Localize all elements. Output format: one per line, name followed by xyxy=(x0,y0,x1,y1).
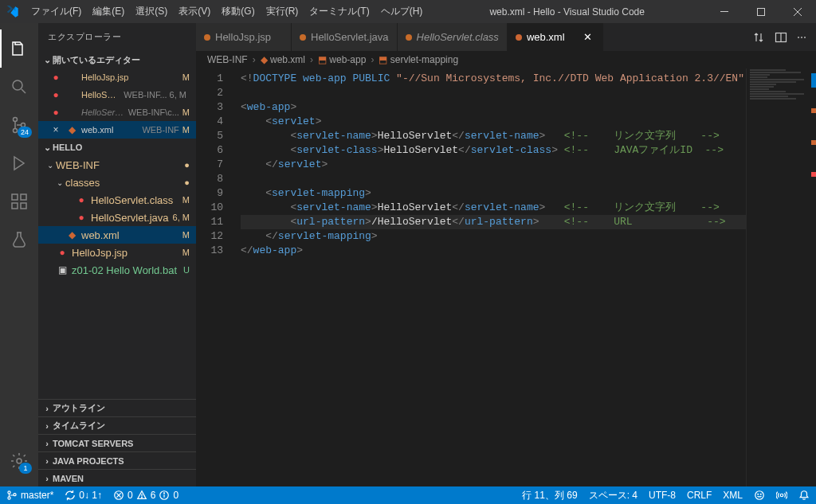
sidebar: エクスプローラー ⌄開いているエディター ●HelloJsp.jspM●Hell… xyxy=(38,23,196,486)
status-branch[interactable]: master* xyxy=(6,490,53,501)
menu-item[interactable]: 表示(V) xyxy=(173,5,216,18)
status-eol[interactable]: CRLF xyxy=(687,490,712,501)
tree-file[interactable]: ●HelloJsp.jspM xyxy=(38,244,196,261)
svg-point-14 xyxy=(17,459,22,463)
sidebar-section-header[interactable]: ›タイムライン xyxy=(38,416,196,434)
window-minimize-button[interactable] xyxy=(706,0,743,23)
status-encoding[interactable]: UTF-8 xyxy=(649,490,676,501)
title-bar: ファイル(F)編集(E)選択(S)表示(V)移動(G)実行(R)ターミナル(T)… xyxy=(0,0,816,23)
menu-item[interactable]: ファイル(F) xyxy=(26,5,87,18)
code-editor[interactable]: <!DOCTYPE web-app PUBLIC "-//Sun Microsy… xyxy=(234,68,746,486)
menu-item[interactable]: 移動(G) xyxy=(216,5,260,18)
svg-point-6 xyxy=(14,118,18,122)
open-editor-item[interactable]: ×◆web.xmlWEB-INFM xyxy=(38,121,196,139)
svg-point-31 xyxy=(780,494,783,497)
editor-tab[interactable]: web.xml✕ xyxy=(508,23,603,51)
activity-scm-icon[interactable]: 24 xyxy=(0,106,38,144)
open-editors-header[interactable]: ⌄開いているエディター xyxy=(38,51,196,68)
tree-file[interactable]: ●HelloServlet.java6, M xyxy=(38,209,196,226)
svg-rect-13 xyxy=(21,194,26,200)
editor-tab[interactable]: HelloServlet.java xyxy=(292,23,398,51)
editor-tabs: HelloJsp.jspHelloServlet.javaHelloServle… xyxy=(196,23,816,51)
menu-bar: ファイル(F)編集(E)選択(S)表示(V)移動(G)実行(R)ターミナル(T)… xyxy=(26,5,428,18)
svg-point-24 xyxy=(141,497,142,498)
file-status-icon: ● xyxy=(49,72,62,83)
compare-changes-icon[interactable] xyxy=(752,31,765,44)
editor-area: HelloJsp.jspHelloServlet.javaHelloServle… xyxy=(196,23,816,486)
activity-run-icon[interactable] xyxy=(0,144,38,182)
activity-test-icon[interactable] xyxy=(0,221,38,259)
split-editor-icon[interactable] xyxy=(775,31,787,44)
open-editor-item[interactable]: ●HelloJsp.jspM xyxy=(38,68,196,86)
svg-marker-9 xyxy=(14,157,24,170)
tree-file[interactable]: ▣z01-02 Hello World.batU xyxy=(38,261,196,279)
file-type-icon xyxy=(406,34,412,41)
status-feedback-icon[interactable] xyxy=(754,490,765,501)
status-bell-icon[interactable] xyxy=(798,490,810,501)
file-type-icon: ▣ xyxy=(56,264,69,275)
breadcrumb-item[interactable]: ⬒ servlet-mapping xyxy=(379,54,458,65)
svg-rect-11 xyxy=(12,203,18,209)
minimap[interactable] xyxy=(746,68,816,486)
svg-point-4 xyxy=(13,80,22,90)
svg-rect-10 xyxy=(12,194,18,200)
status-live-icon[interactable] xyxy=(776,490,787,501)
project-header[interactable]: ⌄HELLO xyxy=(38,139,196,156)
breadcrumb-item[interactable]: WEB-INF xyxy=(207,54,248,65)
close-icon[interactable]: ✕ xyxy=(582,31,594,44)
editor-tab[interactable]: HelloServlet.class xyxy=(398,23,508,51)
file-type-icon: ● xyxy=(56,247,69,258)
menu-item[interactable]: ターミナル(T) xyxy=(304,5,375,18)
svg-rect-12 xyxy=(21,203,26,209)
sidebar-section-header[interactable]: ›JAVA PROJECTS xyxy=(38,451,196,469)
status-bar: master* 0↓ 1↑ 0 6 0 行 11、列 69 スペース: 4 UT… xyxy=(0,486,816,504)
window-close-button[interactable] xyxy=(779,0,816,23)
svg-point-7 xyxy=(14,129,18,133)
activity-bar: 24 1 xyxy=(0,23,38,486)
status-sync[interactable]: 0↓ 1↑ xyxy=(65,490,102,501)
breadcrumb-item[interactable]: ⬒ web-app xyxy=(318,54,366,65)
activity-explorer-icon[interactable] xyxy=(0,29,38,68)
tab-label: web.xml xyxy=(527,31,565,43)
svg-point-29 xyxy=(758,494,759,494)
open-editor-item[interactable]: ●HelloServlet.javaWEB-INF... 6, M xyxy=(38,86,196,104)
file-type-icon: ● xyxy=(75,194,88,205)
status-problems[interactable]: 0 6 0 xyxy=(113,490,178,501)
sidebar-section-header[interactable]: ›MAVEN xyxy=(38,469,196,486)
tree-file[interactable]: ●HelloServlet.classM xyxy=(38,191,196,209)
window-maximize-button[interactable] xyxy=(743,0,779,23)
activity-search-icon[interactable] xyxy=(0,68,38,106)
menu-item[interactable]: 実行(R) xyxy=(261,5,304,18)
activity-extensions-icon[interactable] xyxy=(0,182,38,221)
vscode-logo-icon xyxy=(6,6,19,18)
menu-item[interactable]: ヘルプ(H) xyxy=(375,5,429,18)
chevron-down-icon: ⌄ xyxy=(54,178,65,187)
chevron-down-icon: ⌄ xyxy=(45,161,56,170)
breadcrumbs[interactable]: WEB-INF›◆ web.xml›⬒ web-app›⬒ servlet-ma… xyxy=(196,51,816,68)
tree-file[interactable]: ◆web.xmlM xyxy=(38,226,196,244)
scm-badge: 24 xyxy=(18,127,32,138)
breadcrumb-item[interactable]: ◆ web.xml xyxy=(261,54,305,65)
editor-tab[interactable]: HelloJsp.jsp xyxy=(196,23,292,51)
svg-point-19 xyxy=(14,494,16,496)
tab-label: HelloServlet.java xyxy=(311,31,389,43)
status-spaces[interactable]: スペース: 4 xyxy=(589,489,638,502)
file-type-icon xyxy=(300,34,306,41)
more-icon[interactable]: ⋯ xyxy=(797,32,808,43)
menu-item[interactable]: 選択(S) xyxy=(130,5,173,18)
sidebar-section-header[interactable]: ›TOMCAT SERVERS xyxy=(38,434,196,451)
menu-item[interactable]: 編集(E) xyxy=(87,5,130,18)
line-gutter: 12345678910111213 xyxy=(196,68,234,486)
status-cursor[interactable]: 行 11、列 69 xyxy=(522,489,577,502)
svg-line-5 xyxy=(22,89,26,93)
svg-point-28 xyxy=(755,491,764,500)
tab-label: HelloJsp.jsp xyxy=(215,31,271,43)
tree-folder[interactable]: ⌄WEB-INF● xyxy=(38,156,196,174)
open-editor-item[interactable]: ●HelloServlet.classWEB-INF\c...M xyxy=(38,104,196,121)
sidebar-section-header[interactable]: ›アウトライン xyxy=(38,399,196,416)
settings-badge: 1 xyxy=(19,463,32,474)
tree-folder[interactable]: ⌄classes● xyxy=(38,174,196,191)
status-language[interactable]: XML xyxy=(723,490,743,501)
activity-settings-icon[interactable]: 1 xyxy=(0,442,38,480)
sidebar-title: エクスプローラー xyxy=(38,23,196,51)
